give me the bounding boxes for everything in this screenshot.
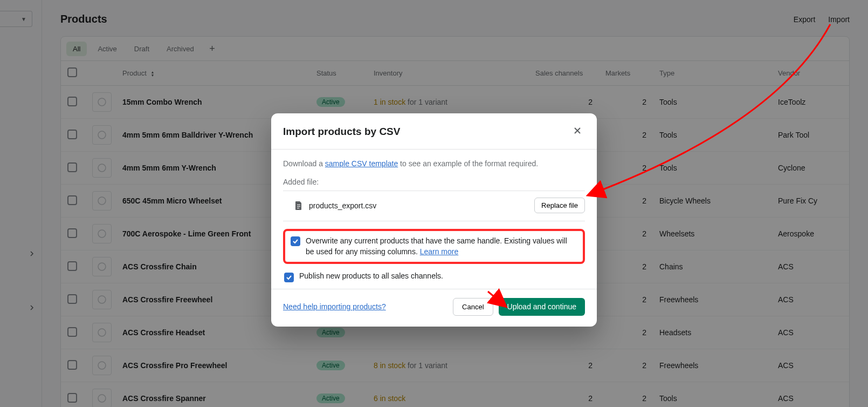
- file-icon: [294, 201, 304, 211]
- file-row: products_export.csv Replace file: [283, 191, 585, 221]
- close-button[interactable]: [570, 124, 585, 139]
- check-icon: [292, 238, 299, 245]
- upload-continue-button[interactable]: Upload and continue: [499, 298, 585, 316]
- close-icon: [573, 126, 582, 138]
- replace-file-button[interactable]: Replace file: [534, 198, 585, 213]
- help-importing-link[interactable]: Need help importing products?: [283, 302, 386, 311]
- publish-checkbox[interactable]: [284, 273, 294, 282]
- added-file-label: Added file:: [283, 178, 585, 186]
- file-name: products_export.csv: [309, 201, 376, 210]
- svg-rect-11: [297, 205, 300, 205]
- sample-csv-link[interactable]: sample CSV template: [325, 159, 398, 168]
- check-icon: [286, 274, 292, 281]
- import-modal: Import products by CSV Download a sample…: [271, 113, 597, 327]
- download-hint-prefix: Download a: [283, 159, 325, 168]
- svg-rect-13: [297, 208, 299, 208]
- overwrite-option-highlight: Overwrite any current products that have…: [283, 229, 585, 264]
- publish-label: Publish new products to all sales channe…: [299, 272, 443, 280]
- download-hint-suffix: to see an example of the format required…: [398, 159, 538, 168]
- learn-more-link[interactable]: Learn more: [420, 247, 459, 256]
- modal-overlay[interactable]: Import products by CSV Download a sample…: [0, 0, 868, 407]
- overwrite-checkbox[interactable]: [291, 236, 300, 246]
- modal-title: Import products by CSV: [283, 126, 400, 138]
- overwrite-label: Overwrite any current products that have…: [306, 235, 577, 257]
- svg-rect-12: [297, 206, 300, 207]
- cancel-button[interactable]: Cancel: [453, 298, 493, 316]
